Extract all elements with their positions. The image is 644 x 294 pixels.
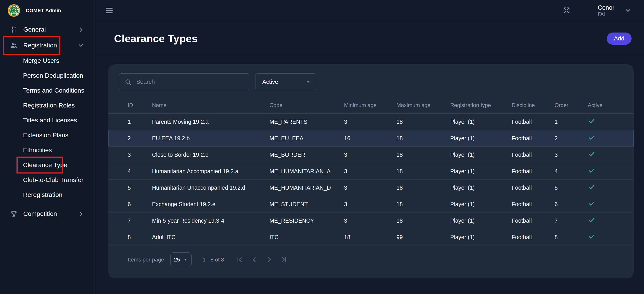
cell-registration-type: Player (1) — [450, 218, 512, 224]
cell-active — [588, 200, 634, 209]
clearance-types-card: Active IDNameCodeMinimum ageMaximum ageR… — [108, 64, 634, 278]
clearance-types-table: IDNameCodeMinimum ageMaximum ageRegistra… — [108, 97, 634, 246]
menu-icon[interactable] — [106, 8, 113, 13]
cell-registration-type: Player (1) — [450, 201, 512, 208]
chevron-down-icon — [624, 7, 632, 14]
sidebar-item-person-deduplication[interactable]: Person Deduplication — [0, 68, 94, 83]
table-header-row: IDNameCodeMinimum ageMaximum ageRegistra… — [108, 97, 634, 114]
cell-active — [588, 232, 634, 242]
status-filter-select[interactable]: Active — [255, 74, 316, 90]
sidebar-item-label: Club-to-Club Transfer — [23, 176, 84, 184]
cell-name: Min 5-year Residency 19.3-4 — [152, 218, 270, 224]
sidebar-item-competition[interactable]: Competition — [0, 206, 94, 222]
sidebar-item-club-to-club-transfer[interactable]: Club-to-Club Transfer — [0, 172, 94, 188]
table-row[interactable]: 2EU EEA 19.2.bME_EU_EEA1618Player (1)Foo… — [108, 130, 634, 146]
active-check-icon — [588, 134, 596, 141]
content: Active IDNameCodeMinimum ageMaximum ageR… — [94, 56, 644, 294]
sidebar-nav: GeneralRegistrationMerge UsersPerson Ded… — [0, 21, 94, 294]
cell-registration-type: Player (1) — [450, 135, 512, 142]
sidebar-item-label: Clearance Type — [23, 162, 67, 169]
last-page-button[interactable] — [280, 256, 288, 264]
user-menu[interactable]: Conor FAI — [598, 4, 632, 17]
table-row[interactable]: 3Close to Border 19.2.cME_BORDER318Playe… — [108, 146, 634, 163]
cell-min-age: 3 — [344, 218, 396, 224]
cell-max-age: 18 — [396, 152, 450, 158]
sidebar-item-label: Merge Users — [23, 57, 59, 64]
search-input[interactable] — [136, 78, 244, 85]
sidebar-item-registration[interactable]: Registration — [0, 38, 94, 53]
cell-max-age: 18 — [396, 218, 450, 224]
active-check-icon — [588, 150, 596, 158]
sidebar-item-label: General — [23, 26, 46, 33]
cell-name: Humanitarian Accompanied 19.2.a — [152, 168, 270, 174]
cell-name: Humanitarian Unaccompanied 19.2.d — [152, 184, 270, 191]
cell-active — [588, 134, 634, 143]
table-row[interactable]: 8Adult ITCITC1899Player (1)Football8 — [108, 229, 634, 246]
cell-registration-type: Player (1) — [450, 168, 512, 174]
sidebar-item-clearance-type[interactable]: Clearance Type — [0, 158, 94, 172]
cell-min-age: 3 — [344, 118, 396, 125]
next-page-button[interactable] — [265, 256, 273, 264]
items-per-page-select[interactable]: 25 — [170, 252, 192, 267]
sidebar-item-label: Competition — [23, 210, 57, 218]
user-name: Conor — [598, 4, 614, 11]
cell-min-age: 3 — [344, 201, 396, 208]
cell-id: 7 — [128, 218, 152, 224]
active-check-icon — [588, 183, 596, 191]
table-row[interactable]: 1Parents Moving 19.2.aME_PARENTS318Playe… — [108, 114, 634, 130]
search-box — [119, 74, 249, 90]
table-row[interactable]: 6Exchange Student 19.2.eME_STUDENT318Pla… — [108, 196, 634, 212]
cell-min-age: 3 — [344, 152, 396, 158]
cell-min-age: 3 — [344, 168, 396, 174]
cell-active — [588, 167, 634, 176]
table-row[interactable]: 4Humanitarian Accompanied 19.2.aME_HUMAN… — [108, 163, 634, 180]
column-header-order: Order — [554, 102, 588, 108]
cell-min-age: 18 — [344, 234, 396, 240]
cell-registration-type: Player (1) — [450, 118, 512, 125]
dropdown-arrow-icon — [183, 257, 188, 262]
cell-discipline: Football — [512, 152, 554, 158]
cell-active — [588, 117, 634, 126]
sidebar-item-general[interactable]: General — [0, 22, 94, 38]
cell-id: 3 — [128, 152, 152, 158]
active-check-icon — [588, 117, 596, 125]
column-header-maximum-age: Maximum age — [396, 102, 450, 108]
items-per-page-value: 25 — [174, 256, 180, 263]
cell-id: 5 — [128, 184, 152, 191]
cell-discipline: Football — [512, 184, 554, 191]
cell-registration-type: Player (1) — [450, 152, 512, 158]
cell-max-age: 18 — [396, 201, 450, 208]
column-header-id: ID — [128, 102, 152, 108]
dropdown-arrow-icon — [305, 79, 311, 85]
chevron-right-icon — [78, 26, 84, 33]
cell-registration-type: Player (1) — [450, 234, 512, 240]
cell-discipline: Football — [512, 234, 554, 240]
fullscreen-icon[interactable] — [562, 6, 570, 14]
cell-code: ITC — [270, 234, 344, 240]
cell-discipline: Football — [512, 168, 554, 174]
sidebar-item-reregistration[interactable]: Reregistration — [0, 188, 94, 202]
cell-code: ME_PARENTS — [270, 118, 344, 125]
search-icon — [125, 78, 132, 85]
trophy-icon — [10, 210, 18, 218]
cell-name: Close to Border 19.2.c — [152, 152, 270, 158]
sidebar-item-registration-roles[interactable]: Registration Roles — [0, 98, 94, 113]
cell-discipline: Football — [512, 118, 554, 125]
column-header-active: Active — [588, 102, 634, 108]
sidebar-item-ethnicities[interactable]: Ethnicities — [0, 143, 94, 158]
chevron-right-icon — [78, 210, 84, 217]
table-row[interactable]: 5Humanitarian Unaccompanied 19.2.dME_HUM… — [108, 180, 634, 196]
cell-code: ME_BORDER — [270, 152, 344, 158]
add-button[interactable]: Add — [607, 32, 632, 45]
sidebar-item-extension-plans[interactable]: Extension Plans — [0, 128, 94, 143]
sidebar-item-merge-users[interactable]: Merge Users — [0, 53, 94, 68]
cell-active — [588, 183, 634, 192]
first-page-button[interactable] — [235, 256, 244, 264]
previous-page-button[interactable] — [250, 256, 258, 264]
sidebar-item-terms-and-conditions[interactable]: Terms and Conditions — [0, 83, 94, 98]
sidebar-item-label: Registration — [23, 42, 57, 49]
cell-max-age: 99 — [396, 234, 450, 240]
column-header-minimum-age: Minimum age — [344, 102, 396, 108]
table-row[interactable]: 7Min 5-year Residency 19.3-4ME_RESIDENCY… — [108, 212, 634, 229]
sidebar-item-titles-and-licenses[interactable]: Titles and Licenses — [0, 113, 94, 128]
